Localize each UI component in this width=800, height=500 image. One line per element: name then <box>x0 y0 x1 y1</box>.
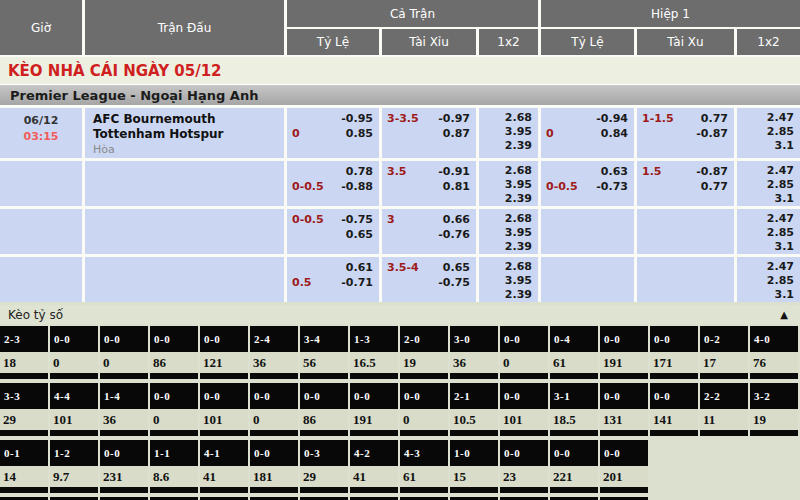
odds-cell-h1-overunder[interactable]: 1-1.50.77-0.87 <box>637 108 734 158</box>
odds-cell-h1-1x2[interactable]: 2.472.853.1 <box>737 161 800 206</box>
score-cell[interactable]: 2-4 <box>250 326 298 352</box>
score-cell[interactable]: 3-2 <box>750 383 798 409</box>
odds-cell-ft-1x2[interactable]: 2.683.952.39 <box>479 257 538 302</box>
score-cell[interactable]: 0-0 <box>250 383 298 409</box>
score-odds-cell[interactable]: 101 <box>500 409 548 436</box>
score-odds-cell[interactable]: 29 <box>0 409 48 436</box>
odds-cell-h1-handicap[interactable]: -0.9400.84 <box>541 108 634 158</box>
score-cell[interactable]: 0-0 <box>500 326 548 352</box>
score-odds-cell[interactable]: 41 <box>200 466 248 493</box>
match-teams-cell[interactable]: AFC BournemouthTottenham HotspurHòa <box>85 108 284 158</box>
score-odds-cell[interactable]: 86 <box>150 352 198 379</box>
score-odds-cell[interactable]: 101 <box>200 409 248 436</box>
score-cell[interactable]: 0-0 <box>550 440 598 466</box>
score-odds-cell[interactable]: 36 <box>450 352 498 379</box>
score-odds-cell[interactable]: 0 <box>250 409 298 436</box>
score-odds-cell[interactable]: 18 <box>0 352 48 379</box>
score-cell[interactable]: 3-4 <box>300 326 348 352</box>
match-teams-cell[interactable] <box>85 257 284 302</box>
score-odds-cell[interactable]: 0 <box>400 409 448 436</box>
score-cell[interactable]: 2-3 <box>0 326 48 352</box>
odds-cell-ft-handicap[interactable]: 0-0.5-0.750.65 <box>287 209 379 254</box>
score-odds-cell[interactable]: 11 <box>700 409 748 436</box>
score-odds-cell[interactable]: 9.7 <box>50 466 98 493</box>
score-cell[interactable]: 1-2 <box>50 440 98 466</box>
score-cell[interactable]: 0-0 <box>600 440 648 466</box>
score-cell[interactable]: 0-0 <box>50 326 98 352</box>
score-cell[interactable]: 4-1 <box>200 440 248 466</box>
score-cell[interactable]: 2-2 <box>700 383 748 409</box>
score-odds-cell[interactable]: 0 <box>500 352 548 379</box>
odds-cell-h1-1x2[interactable]: 2.472.853.1 <box>737 257 800 302</box>
score-odds-cell[interactable]: 29 <box>300 466 348 493</box>
score-odds-cell[interactable]: 36 <box>100 409 148 436</box>
score-odds-cell[interactable]: 10.5 <box>450 409 498 436</box>
score-odds-cell[interactable]: 19 <box>400 352 448 379</box>
odds-cell-ft-handicap[interactable]: 0.780-0.5-0.88 <box>287 161 379 206</box>
score-cell[interactable]: 0-0 <box>250 440 298 466</box>
score-odds-cell[interactable]: 171 <box>650 352 698 379</box>
score-odds-cell[interactable]: 0 <box>150 409 198 436</box>
odds-cell-h1-1x2[interactable]: 2.472.853.1 <box>737 209 800 254</box>
score-cell[interactable]: 0-4 <box>550 326 598 352</box>
odds-cell-ft-overunder[interactable]: 3.5-0.910.81 <box>382 161 476 206</box>
score-cell[interactable]: 0-0 <box>100 440 148 466</box>
score-cell[interactable]: 0-2 <box>700 326 748 352</box>
score-odds-cell[interactable]: 181 <box>250 466 298 493</box>
odds-cell-ft-overunder[interactable]: 30.66-0.76 <box>382 209 476 254</box>
score-odds-cell[interactable]: 18.5 <box>550 409 598 436</box>
score-cell[interactable]: 2-0 <box>400 326 448 352</box>
score-odds-cell[interactable]: 23 <box>500 466 548 493</box>
score-cell[interactable]: 4-3 <box>400 440 448 466</box>
score-cell[interactable]: 0-0 <box>650 326 698 352</box>
score-cell[interactable]: 2-1 <box>450 383 498 409</box>
score-odds-cell[interactable]: 201 <box>600 466 648 493</box>
score-cell[interactable]: 0-0 <box>600 383 648 409</box>
score-odds-cell[interactable]: 8.6 <box>150 466 198 493</box>
score-cell[interactable]: 0-0 <box>200 383 248 409</box>
score-odds-cell[interactable]: 61 <box>400 466 448 493</box>
league-header[interactable]: Premier League - Ngoại Hạng Anh <box>0 84 800 106</box>
score-cell[interactable]: 1-4 <box>100 383 148 409</box>
score-cell[interactable]: 0-0 <box>150 326 198 352</box>
collapse-icon[interactable]: ▲ <box>780 309 788 320</box>
odds-cell-ft-1x2[interactable]: 2.683.952.39 <box>479 161 538 206</box>
score-cell[interactable]: 0-1 <box>0 440 48 466</box>
score-cell[interactable]: 0-3 <box>300 440 348 466</box>
score-odds-cell[interactable]: 15 <box>450 466 498 493</box>
score-odds-cell[interactable]: 121 <box>200 352 248 379</box>
score-odds-cell[interactable]: 131 <box>600 409 648 436</box>
score-odds-cell[interactable]: 86 <box>300 409 348 436</box>
odds-cell-h1-handicap[interactable]: 0.630-0.5-0.73 <box>541 161 634 206</box>
score-odds-cell[interactable]: 56 <box>300 352 348 379</box>
odds-cell-ft-overunder[interactable]: 3-3.5-0.970.87 <box>382 108 476 158</box>
score-odds-cell[interactable]: 17 <box>700 352 748 379</box>
score-cell[interactable]: 0-0 <box>300 383 348 409</box>
odds-cell-ft-handicap[interactable]: -0.9500.85 <box>287 108 379 158</box>
score-odds-cell[interactable]: 231 <box>100 466 148 493</box>
match-teams-cell[interactable] <box>85 161 284 206</box>
score-odds-cell[interactable]: 191 <box>350 409 398 436</box>
score-cell[interactable]: 1-0 <box>450 440 498 466</box>
score-cell[interactable]: 0-0 <box>200 326 248 352</box>
score-cell[interactable]: 0-0 <box>350 383 398 409</box>
score-cell[interactable]: 3-3 <box>0 383 48 409</box>
match-teams-cell[interactable] <box>85 209 284 254</box>
score-cell[interactable]: 0-0 <box>400 383 448 409</box>
odds-cell-ft-1x2[interactable]: 2.683.952.39 <box>479 209 538 254</box>
score-cell[interactable]: 4-0 <box>750 326 798 352</box>
score-odds-cell[interactable]: 19 <box>750 409 798 436</box>
score-cell[interactable]: 3-1 <box>550 383 598 409</box>
score-odds-cell[interactable]: 41 <box>350 466 398 493</box>
score-cell[interactable]: 0-0 <box>600 326 648 352</box>
odds-cell-h1-overunder[interactable]: 1.5-0.870.77 <box>637 161 734 206</box>
odds-cell-ft-1x2[interactable]: 2.683.952.39 <box>479 108 538 158</box>
score-odds-cell[interactable]: 141 <box>650 409 698 436</box>
score-odds-cell[interactable]: 0 <box>50 352 98 379</box>
odds-cell-ft-overunder[interactable]: 3.5-40.65-0.75 <box>382 257 476 302</box>
score-cell[interactable]: 3-0 <box>450 326 498 352</box>
score-cell[interactable]: 0-0 <box>150 383 198 409</box>
score-odds-cell[interactable]: 0 <box>100 352 148 379</box>
score-odds-cell[interactable]: 14 <box>0 466 48 493</box>
score-cell[interactable]: 0-0 <box>650 383 698 409</box>
